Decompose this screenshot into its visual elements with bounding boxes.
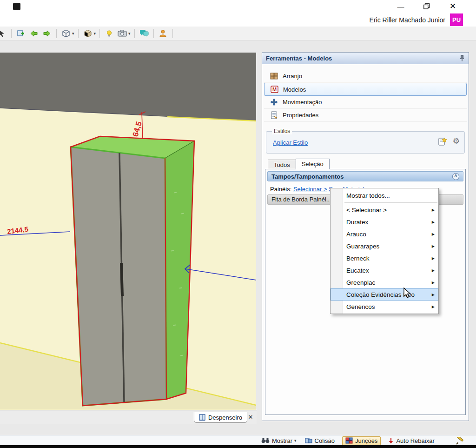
panel-nav-label: Propriedades xyxy=(283,112,318,119)
collision-icon xyxy=(305,437,312,444)
bottom-strip xyxy=(0,445,476,448)
pin-icon[interactable] xyxy=(459,55,465,61)
tools-panel-title: Ferramentas - Modelos xyxy=(266,55,459,62)
statusbar-mostrar-label: Mostrar xyxy=(272,437,292,444)
submenu-arrow-icon: ▶ xyxy=(432,256,435,261)
forward-icon[interactable] xyxy=(41,28,53,39)
submenu-arrow-icon: ▶ xyxy=(432,208,435,212)
toolbar-separator xyxy=(78,29,79,38)
movimentacao-icon xyxy=(270,98,278,107)
submenu-arrow-icon: ▶ xyxy=(432,281,435,285)
material-context-menu: Mostrar todos... < Selecionar > ▶ Durate… xyxy=(330,188,439,314)
menu-item-label: Duratex xyxy=(346,219,432,226)
tab-selecao[interactable]: Seleção xyxy=(296,159,330,169)
menu-item-berneck[interactable]: Berneck ▶ xyxy=(331,252,438,264)
cabinet-icon xyxy=(199,414,205,421)
light-icon[interactable] xyxy=(104,28,115,39)
panel-nav-arranjo[interactable]: Arranjo xyxy=(264,70,467,83)
statusbar-auto-rebaixar[interactable]: Auto Rebaixar xyxy=(388,437,434,444)
restore-button[interactable] xyxy=(416,0,437,13)
view-wireframe-cube-icon[interactable] xyxy=(60,28,72,39)
menu-item-greenplac[interactable]: Greenplac ▶ xyxy=(331,276,438,288)
menu-item-colecao-evidencias-neo[interactable]: Coleção Evidências Neo ▶ xyxy=(331,288,438,301)
tab-todos-label: Todos xyxy=(274,161,290,168)
panel-nav-label: Arranjo xyxy=(283,73,302,80)
minimize-button[interactable]: — xyxy=(390,0,411,13)
apply-style-link[interactable]: Aplicar Estilo xyxy=(273,139,308,146)
menu-item-eucatex[interactable]: Eucatex ▶ xyxy=(331,264,438,276)
menu-item-label: Arauco xyxy=(346,231,432,238)
tab-todos[interactable]: Todos xyxy=(268,160,296,169)
scene-icon[interactable] xyxy=(15,28,26,39)
arranjo-icon xyxy=(270,72,278,80)
tools-panel-header: Ferramentas - Modelos xyxy=(262,53,469,64)
panel-nav-modelos[interactable]: M Modelos xyxy=(264,83,467,96)
dropdown-icon: ▾ xyxy=(294,438,297,443)
viewport-3d-scene[interactable]: 64,5 2144,5 xyxy=(0,53,256,410)
menu-item-label: Eucatex xyxy=(346,267,432,274)
paineis-label: Painéis: xyxy=(270,186,291,193)
dropdown-icon[interactable]: ▾ xyxy=(72,31,74,36)
app-icon[interactable] xyxy=(13,3,20,10)
panel-nav-label: Modelos xyxy=(283,86,306,93)
statusbar-colisao-label: Colisão xyxy=(315,437,335,444)
panel-nav: Arranjo M Modelos Movimentação Proprieda… xyxy=(262,70,469,122)
pointer-icon[interactable] xyxy=(0,28,7,39)
menu-item-arauco[interactable]: Arauco ▶ xyxy=(331,228,438,240)
menu-item-selecionar[interactable]: < Selecionar > ▶ xyxy=(331,204,438,216)
comments-icon[interactable] xyxy=(139,28,150,39)
close-button[interactable]: ✕ xyxy=(443,0,463,13)
svg-text:M: M xyxy=(272,87,276,92)
viewport-tab-label: Despenseiro xyxy=(208,414,242,421)
user-badge[interactable]: PU xyxy=(450,13,463,26)
camera-icon[interactable] xyxy=(117,28,128,39)
panel-nav-label: Movimentação xyxy=(283,99,322,106)
toolbar-separator xyxy=(153,29,154,38)
new-style-icon[interactable] xyxy=(438,137,447,146)
show-icon xyxy=(261,438,270,444)
dropdown-icon[interactable]: ▾ xyxy=(128,31,131,36)
menu-item-label: Greenplac xyxy=(346,279,432,286)
menu-item-guararapes[interactable]: Guararapes ▶ xyxy=(331,240,438,252)
panel-nav-movimentacao[interactable]: Movimentação xyxy=(264,96,467,109)
restore-icon xyxy=(423,3,430,9)
viewport-tab-despenseiro[interactable]: Despenseiro xyxy=(194,412,247,423)
wand-icon xyxy=(455,437,463,445)
main-toolbar: ▾ ▾ ▾ xyxy=(0,27,476,40)
user-icon[interactable] xyxy=(158,28,169,39)
panel-tabs: Todos Seleção xyxy=(268,159,329,169)
panel-nav-propriedades[interactable]: Propriedades xyxy=(264,109,467,122)
statusbar-mostrar[interactable]: Mostrar ▾ xyxy=(261,437,298,444)
dropdown-icon[interactable]: ▾ xyxy=(94,31,96,36)
collapse-icon[interactable]: ^ xyxy=(452,173,459,180)
gear-icon[interactable]: ⚙ xyxy=(453,136,460,146)
viewport-tabstrip: Despenseiro ✕ xyxy=(0,410,257,424)
menu-item-genericos[interactable]: Genéricos ▶ xyxy=(331,301,438,313)
view-solid-cube-icon[interactable] xyxy=(82,28,93,39)
menu-item-mostrar-todos[interactable]: Mostrar todos... xyxy=(331,189,438,201)
menu-item-duratex[interactable]: Duratex ▶ xyxy=(331,216,438,228)
propriedades-icon xyxy=(270,111,278,120)
toolbar-separator xyxy=(99,29,100,38)
menu-item-label: Genéricos xyxy=(346,303,432,310)
toolbar-separator xyxy=(56,29,57,38)
tab-selecao-label: Seleção xyxy=(302,160,324,167)
submenu-arrow-icon: ▶ xyxy=(432,293,435,297)
toolbar-separator xyxy=(134,29,135,38)
submenu-arrow-icon: ▶ xyxy=(432,220,435,224)
viewport-tab-close-icon[interactable]: ✕ xyxy=(246,413,255,421)
cabinet-despenseiro[interactable] xyxy=(71,136,194,406)
statusbar-wand[interactable] xyxy=(455,437,463,445)
back-icon[interactable] xyxy=(28,28,40,39)
statusbar-colisao[interactable]: Colisão xyxy=(305,437,335,444)
statusbar-juncoes[interactable]: Junções xyxy=(342,436,381,445)
menu-item-label: Coleção Evidências Neo xyxy=(346,291,432,298)
cabinet-front-face[interactable] xyxy=(71,147,166,406)
toolbar-separator xyxy=(11,29,12,38)
userbar: Eric Riller Machado Junior PU xyxy=(0,13,476,27)
paineis-selecionar-link[interactable]: Selecionar > xyxy=(293,186,327,193)
viewport-3d[interactable]: 64,5 2144,5 xyxy=(0,53,256,410)
section-tampos[interactable]: Tampos/Tamponamentos ^ xyxy=(267,171,463,181)
cabinet-door-handle[interactable] xyxy=(121,263,122,296)
modelos-icon: M xyxy=(270,85,278,94)
